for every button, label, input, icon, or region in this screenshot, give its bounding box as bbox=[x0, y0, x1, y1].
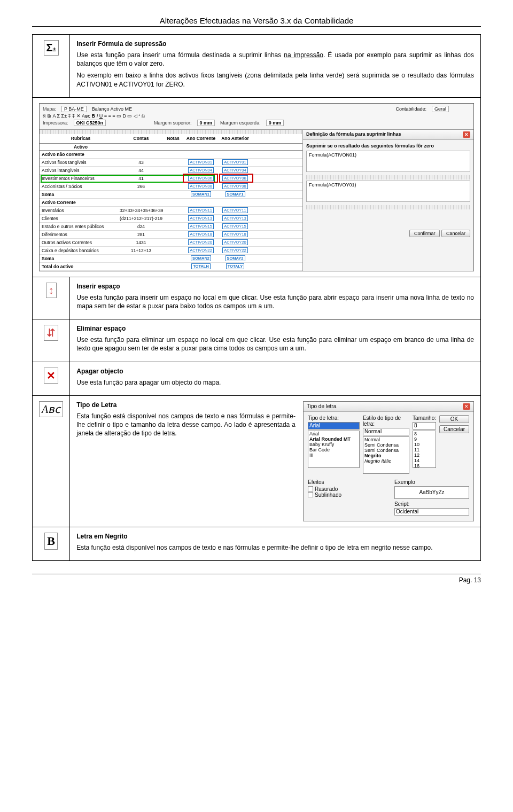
page-title: Alterações Efectuadas na Versão 3.x da C… bbox=[32, 16, 481, 27]
icon-cell-suppress: Σ± bbox=[33, 35, 70, 98]
bold-b-icon: B bbox=[44, 533, 58, 550]
delete-x-icon: ✕ bbox=[44, 368, 58, 384]
paragraph: No exemplo em baixo a linha dos activos … bbox=[76, 71, 474, 88]
table-row: Outros activos Correntes1431ACTIVON20ACT… bbox=[40, 239, 302, 247]
script-select[interactable]: Ocidental bbox=[394, 508, 469, 516]
table-row: Accionistas / Sócios266ACTIVON08ACTIVOY0… bbox=[40, 183, 302, 191]
table-row: Caixa e depósitos bancários11+12+13ACTIV… bbox=[40, 247, 302, 255]
formula-input-1[interactable]: Formula(ACTIVON01) bbox=[306, 151, 470, 172]
section-title: Letra em Negrito bbox=[76, 533, 474, 540]
underline-checkbox[interactable]: Sublinhado bbox=[308, 492, 389, 498]
table-row: Activo Corrente bbox=[40, 199, 302, 207]
confirm-button[interactable]: Confirmar bbox=[409, 230, 440, 237]
table-row: Activo não corrente bbox=[40, 151, 302, 159]
ok-button[interactable]: OK bbox=[439, 415, 469, 423]
close-icon[interactable]: ✕ bbox=[463, 403, 470, 410]
sigma-icon: Σ± bbox=[44, 40, 59, 56]
table-row: Activos fixos tangíveis43ACTIVON01ACTIVO… bbox=[40, 159, 302, 167]
font-preview: AaBbYyZz bbox=[394, 486, 469, 499]
paragraph: Esta função está disponível nos campos d… bbox=[76, 412, 296, 438]
table-row: Diferimentos281ACTIVON18ACTIVOY18 bbox=[40, 231, 302, 239]
font-style-list[interactable]: NormalSemi CondensaSemi CondensaNegritoN… bbox=[363, 436, 409, 474]
paragraph: Use esta função para inserir uma fórmula… bbox=[76, 51, 474, 68]
paragraph: Esta função está disponível nos campos d… bbox=[76, 543, 474, 552]
report-canvas: Rubricas Contas Notas Ano Corrente Ano A… bbox=[40, 130, 302, 271]
table-row: Total do activoTOTALNTOTALY bbox=[40, 263, 302, 271]
font-size-input[interactable]: 8 bbox=[413, 422, 436, 430]
paragraph: Use esta função para eliminar um espaço … bbox=[76, 335, 474, 353]
paragraph: Use esta função para apagar um objecto d… bbox=[76, 378, 474, 387]
cancel-button[interactable]: Cancelar bbox=[441, 230, 470, 237]
section-title: Inserir Fórmula de supressão bbox=[76, 40, 474, 48]
main-table: Σ± Inserir Fórmula de supressão Use esta… bbox=[32, 34, 481, 561]
collapse-vertical-icon: ⇵ bbox=[44, 325, 58, 341]
font-family-list[interactable]: ArialArial Rounded MTBaby KruffyBar Code… bbox=[308, 431, 360, 468]
font-family-input[interactable]: Arial bbox=[308, 422, 360, 430]
icon-cell-bold: B bbox=[33, 527, 70, 560]
section-title: Apagar objecto bbox=[76, 368, 474, 375]
section-title: Inserir espaço bbox=[76, 283, 474, 290]
cancel-button[interactable]: Cancelar bbox=[439, 425, 469, 433]
font-size-list[interactable]: 891011121416 bbox=[413, 431, 436, 468]
formula-input-2[interactable]: Formula(ACTIVOY01) bbox=[306, 181, 470, 202]
table-row: Inventários32+33+34+35+36+39ACTIVON11ACT… bbox=[40, 207, 302, 215]
table-row: Clientes(d211+212+217)-219ACTIVON13ACTIV… bbox=[40, 215, 302, 223]
table-row: SomaSOMAN1SOMAY1 bbox=[40, 191, 302, 199]
strikeout-checkbox[interactable]: Rasurado bbox=[308, 486, 389, 492]
font-dialog: Tipo de letra ✕ Tipo de letra: Arial Ari… bbox=[303, 401, 474, 521]
font-abc-icon: Aʙᴄ bbox=[39, 401, 63, 417]
icon-cell-delete: ✕ bbox=[33, 362, 70, 395]
section-title: Tipo de Letra bbox=[76, 401, 296, 409]
paragraph: Use esta função para inserir um espaço n… bbox=[76, 293, 474, 310]
section-title: Eliminar espaço bbox=[76, 325, 474, 332]
icon-cell-font: Aʙᴄ bbox=[33, 395, 70, 527]
page-number: Pag. 13 bbox=[32, 574, 481, 584]
font-style-input[interactable]: Normal bbox=[363, 428, 409, 435]
suppress-dialog: Definição da fórmula para suprimir linha… bbox=[302, 130, 473, 271]
report-designer-screenshot: Mapa:P BA-ME Balanço Activo ME Contabili… bbox=[39, 103, 474, 271]
icon-cell-insert-space: ↕ bbox=[33, 277, 70, 319]
table-row: SomaSOMAN2SOMAY2 bbox=[40, 255, 302, 263]
icon-cell-remove-space: ⇵ bbox=[33, 319, 70, 362]
expand-vertical-icon: ↕ bbox=[46, 283, 57, 298]
close-icon[interactable]: ✕ bbox=[463, 131, 470, 138]
table-row: Activos intangíveis44ACTIVON04ACTIVOY04 bbox=[40, 167, 302, 175]
table-row: Estado e outros entes públicosd24ACTIVON… bbox=[40, 223, 302, 231]
table-row: Investimentos Financeiros41ACTIVON06ACTI… bbox=[40, 175, 302, 183]
